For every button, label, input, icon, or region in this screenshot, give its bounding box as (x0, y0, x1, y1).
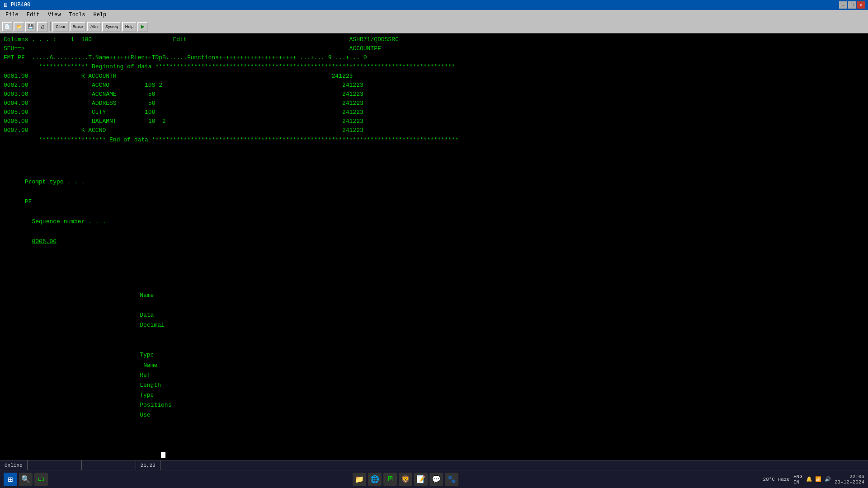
table-row: 0006.00 BALAMNT 10 2 241223 (4, 117, 864, 126)
col-decimal-header: Positions (140, 400, 185, 410)
table-row: 0003.00 ACCNAME 50 241223 (4, 90, 864, 99)
start-button[interactable]: ⊞ (4, 473, 17, 486)
seq-value[interactable]: 0006.00 (32, 238, 57, 245)
weather-widget: 28°C Haze (763, 477, 790, 482)
toolbar-attn[interactable]: Attn (87, 22, 101, 32)
app-icon: 🖥 (3, 2, 8, 9)
close-button[interactable]: ✕ (857, 1, 865, 9)
seu-line: SEU==> ACCOUNTPF (4, 44, 864, 53)
taskbar: ⊞ 🔍 🗂 📁 🌐 🖥 🦁 📝 💬 🐾 28°C Haze ENGIN 🔔 📶 … (0, 470, 868, 488)
menu-tools[interactable]: Tools (65, 11, 89, 19)
prompt-type-label: Prompt type . . . (25, 178, 85, 185)
titlebar-title: PUB400 (11, 2, 30, 8)
titlebar-left: 🖥 PUB400 (3, 2, 30, 9)
menubar: File Edit View Tools Help (0, 10, 868, 20)
taskbar-chat[interactable]: 💬 (429, 473, 443, 486)
status-bar: Online 21,28 (0, 460, 868, 470)
menu-file[interactable]: File (2, 11, 22, 19)
toolbar-sysreq[interactable]: Sysreq (102, 22, 121, 32)
data-begin-line: ************** Beginning of data *******… (4, 62, 864, 71)
toolbar-clear[interactable]: Clear (52, 22, 69, 32)
minimize-button[interactable]: — (839, 1, 847, 9)
taskbar-vm[interactable]: 🖥 (383, 473, 397, 486)
prompt-col-header1: Name Data Decimal (4, 281, 864, 341)
editor: Columns . . . : 1 100 Edit ASHR71/QDDSSR… (0, 33, 868, 146)
toolbar-new[interactable]: 📄 (2, 22, 13, 32)
type-input-cursor[interactable] (161, 452, 165, 458)
prompt-type-row: Prompt type . . . PF Sequence number . .… (4, 157, 864, 277)
table-row: 0007.00 K ACCNO 241223 (4, 126, 864, 135)
status-online: Online (0, 460, 28, 470)
col-datatype-header: Type (140, 390, 176, 400)
toolbar-help[interactable]: Help (122, 22, 137, 32)
clock-date: 23-12-2024 (835, 479, 864, 485)
taskbar-left: ⊞ 🔍 🗂 (4, 473, 48, 486)
toolbar-print[interactable]: 🖨 (37, 22, 48, 32)
taskview-icon[interactable]: 🗂 (34, 473, 48, 486)
col-type-header: Type (140, 350, 156, 360)
search-icon[interactable]: 🔍 (19, 473, 33, 486)
toolbar-erase[interactable]: Erase (70, 22, 86, 32)
status-empty1 (28, 460, 82, 470)
prompt-panel: Prompt type . . . PF Sequence number . .… (0, 155, 868, 488)
toolbar-save[interactable]: 💾 (25, 22, 36, 32)
menu-view[interactable]: View (44, 11, 65, 19)
clock-widget: 22:06 23-12-2024 (835, 474, 864, 485)
col-ref-header: Data (140, 310, 167, 320)
seq-label: Sequence number . . . (32, 218, 106, 225)
taskbar-right: 28°C Haze ENGIN 🔔 📶 🔊 22:06 23-12-2024 (763, 474, 864, 485)
table-row: 0004.00 ADDRESS 50 241223 (4, 99, 864, 108)
table-row: 0002.00 ACCNO 10S 2 241223 (4, 81, 864, 90)
status-empty2 (82, 460, 136, 470)
taskbar-language: ENGIN (793, 474, 802, 485)
table-row: 0001.00 R ACCOUNTR 241223 (4, 72, 864, 81)
titlebar-controls[interactable]: — □ ✕ (839, 1, 865, 9)
taskbar-word[interactable]: 📝 (414, 473, 428, 486)
menu-help[interactable]: Help (90, 11, 110, 19)
taskbar-center: 📁 🌐 🖥 🦁 📝 💬 🐾 (353, 473, 458, 486)
prompt-col-header2: Type Name Ref Length Type Positions Use (4, 340, 864, 430)
col-ref-header2: Ref (140, 371, 167, 380)
toolbar-open[interactable]: 📂 (14, 22, 24, 32)
maximize-button[interactable]: □ (848, 1, 856, 9)
status-position: 21,28 (136, 460, 160, 470)
taskbar-extra[interactable]: 🐾 (445, 473, 458, 486)
toolbar: 📄 📂 💾 🖨 Clear Erase Attn Sysreq Help ▶ (0, 20, 868, 33)
taskbar-icons-systray: 🔔 📶 🔊 (806, 476, 831, 482)
col-name2-header: Name (140, 361, 198, 371)
col-name-header: Name (140, 291, 180, 300)
titlebar: 🖥 PUB400 — □ ✕ (0, 0, 868, 10)
col-length-header2: Decimal (140, 320, 176, 330)
taskbar-explorer[interactable]: 📁 (353, 473, 366, 486)
taskbar-browser[interactable]: 🌐 (368, 473, 382, 486)
prompt-type-value[interactable]: PF (25, 198, 32, 205)
table-row: 0005.00 CITY 100 241223 (4, 108, 864, 117)
clock-time: 22:06 (835, 474, 864, 479)
menu-edit[interactable]: Edit (23, 11, 43, 19)
taskbar-brave[interactable]: 🦁 (399, 473, 412, 486)
col-length-header: Length (140, 380, 176, 390)
data-end-line: ******************* End of data ********… (4, 136, 864, 145)
col-use-header: Use (140, 410, 167, 420)
toolbar-run[interactable]: ▶ (137, 22, 148, 32)
toolbar-sep1 (50, 22, 51, 31)
columns-line: Columns . . . : 1 100 Edit ASHR71/QDDSSR… (4, 35, 864, 44)
fmt-line: FMT PF .....A..........T.Name++++++RLen+… (4, 53, 864, 62)
